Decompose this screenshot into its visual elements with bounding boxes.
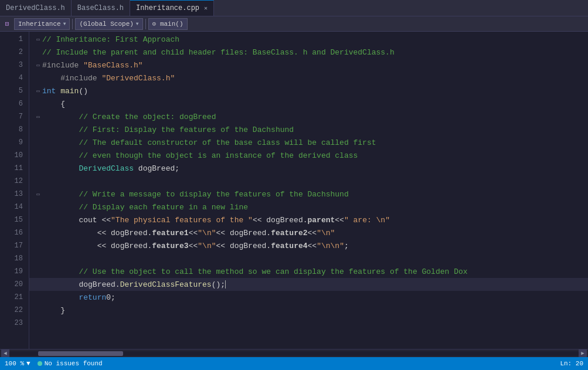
line15-str1: "The physical features of the " (111, 216, 253, 225)
code-line-16: << dogBreed. feature1 << "\n" << dogBree… (29, 226, 588, 239)
line-num-3: 3 (0, 59, 29, 72)
code-line-2: // Include the parent and child header f… (29, 46, 588, 59)
code-line-18 (29, 252, 588, 265)
line16-op3: << dogBreed. (216, 229, 271, 237)
line17-nl1: "\n" (198, 242, 216, 250)
code-line-9: // The default constructor of the base c… (29, 136, 588, 149)
scope-icon: ⊡ (2, 19, 12, 29)
line-num-4: 4 (0, 72, 29, 84)
fold-3[interactable]: ▭ (34, 62, 42, 69)
line2-text: // Include the parent and child header f… (42, 48, 395, 57)
main-func-label: ⊙ main() (152, 20, 183, 28)
code-line-7: ▭ // Create the object: dogBreed (29, 110, 588, 123)
scroll-left-arrow[interactable]: ◀ (1, 349, 9, 358)
tab-derivedclass[interactable]: DerivedClass.h (0, 0, 72, 16)
line5-main: main (60, 87, 79, 96)
line11-var: dogBreed; (134, 164, 179, 173)
line11-indent (42, 164, 79, 173)
line11-type: DerivedClass (79, 164, 134, 173)
line-num-7: 7 (0, 110, 29, 123)
hscroll-thumb[interactable] (38, 351, 124, 356)
line5-space (56, 87, 60, 96)
tab-modified-icon: ✕ (204, 5, 208, 12)
status-bar: 100 % ▼ No issues found Ln: 20 (0, 357, 588, 370)
line22-indent (42, 306, 60, 315)
line-num-15: 15 (0, 213, 29, 226)
scope-dropdown[interactable]: Inheritance ▼ (14, 18, 70, 30)
status-line-number: Ln: 20 (560, 360, 583, 367)
line19-indent (42, 267, 79, 276)
line-num-20: 20 (0, 278, 29, 291)
tab-baseclass[interactable]: BaseClass.h (72, 0, 130, 16)
status-zoom[interactable]: 100 % ▼ (5, 360, 30, 367)
tab-inheritance[interactable]: Inheritance.cpp ✕ (130, 0, 214, 16)
tab-baseclass-label: BaseClass.h (77, 4, 124, 12)
line8-indent (42, 125, 79, 134)
status-issues: No issues found (38, 360, 103, 367)
code-area[interactable]: ▭ // Inheritance: First Approach // Incl… (29, 32, 588, 349)
line17-indent (42, 242, 97, 250)
fold-7[interactable]: ▭ (34, 114, 42, 120)
global-scope-label: (Global Scope) (79, 21, 133, 28)
global-scope-dropdown[interactable]: (Global Scope) ▼ (75, 18, 142, 30)
line-num-6: 6 (0, 97, 29, 110)
line9-text: // The default constructor of the base c… (79, 138, 376, 147)
line-num-17: 17 (0, 239, 29, 252)
main-func-dropdown[interactable]: ⊙ main() (148, 18, 188, 30)
line16-op2: << (189, 229, 198, 237)
code-line-11: DerivedClass dogBreed; (29, 162, 588, 175)
line16-f1: feature1 (152, 229, 188, 237)
line20-obj: dogBreed. (79, 280, 120, 289)
code-line-13: ▭ // Write a message to display the feat… (29, 188, 588, 201)
line16-nl1: "\n" (198, 229, 216, 237)
line-num-1: 1 (0, 33, 29, 46)
line16-indent (42, 229, 97, 237)
fold-5[interactable]: ▭ (34, 88, 42, 94)
fold-13[interactable]: ▭ (34, 191, 42, 198)
code-line-17: << dogBreed. feature3 << "\n" << dogBree… (29, 239, 588, 252)
fold-1[interactable]: ▭ (34, 36, 42, 43)
line14-text: // Display each feature in a new line (79, 203, 248, 212)
line13-text: // Write a message to display the featur… (79, 190, 348, 199)
line3-text: #include "BaseClass.h" (42, 61, 143, 70)
line10-text: // even though the object is an instance… (79, 151, 358, 160)
tab-inheritance-label: Inheritance.cpp (136, 4, 199, 12)
line15-indent (42, 216, 79, 225)
line-number-gutter: 1 2 3 4 5 6 7 8 9 10 11 12 13 14 15 16 1… (0, 32, 29, 349)
line-num-12: 12 (0, 175, 29, 188)
line15-op2: << (335, 216, 344, 225)
line-num-2: 2 (0, 46, 29, 59)
tab-bar: DerivedClass.h BaseClass.h Inheritance.c… (0, 0, 588, 16)
line7-text: // Create the object: dogBreed (79, 113, 216, 121)
scroll-right-arrow[interactable]: ▶ (579, 349, 587, 358)
line6-indent (42, 100, 60, 108)
hscroll-track[interactable] (9, 351, 579, 356)
line17-nl2: "\n\n" (317, 242, 344, 250)
code-line-14: // Display each feature in a new line (29, 201, 588, 213)
code-line-8: // First: Display the features of the Da… (29, 123, 588, 136)
code-line-4: #include "DerivedClass.h" (29, 72, 588, 84)
line16-nl2: "\n" (317, 229, 335, 237)
line17-f3: feature3 (152, 242, 188, 250)
horizontal-scrollbar[interactable]: ◀ ▶ (0, 349, 588, 357)
line15-cout: cout << (79, 216, 111, 225)
line10-indent (42, 151, 79, 160)
line20-call: (); (212, 280, 225, 289)
line15-str2: " are: \n" (344, 216, 390, 225)
line13-indent (42, 190, 79, 199)
line-num-11: 11 (0, 162, 29, 175)
code-line-5: ▭ int main () (29, 84, 588, 97)
text-cursor (225, 280, 226, 288)
line17-op3: << dogBreed. (216, 242, 271, 250)
line-num-19: 19 (0, 265, 29, 278)
line16-f2: feature2 (271, 229, 307, 237)
line1-text: // Inheritance: First Approach (42, 35, 179, 44)
code-line-10: // even though the object is an instance… (29, 149, 588, 162)
line17-semi: ; (344, 242, 349, 250)
global-scope-arrow: ▼ (136, 21, 139, 26)
line16-op4: << (308, 229, 317, 237)
editor: 1 2 3 4 5 6 7 8 9 10 11 12 13 14 15 16 1… (0, 32, 588, 349)
line15-op1: << dogBreed. (253, 216, 308, 225)
issues-label: No issues found (45, 360, 103, 367)
scope-label: Inheritance (18, 21, 61, 28)
